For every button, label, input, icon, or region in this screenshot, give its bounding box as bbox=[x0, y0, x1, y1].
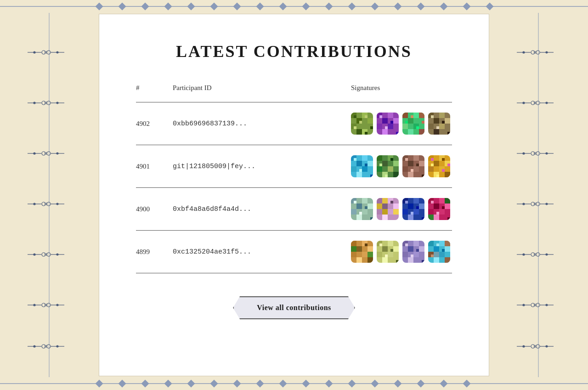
svg-rect-21 bbox=[141, 380, 149, 388]
svg-point-150 bbox=[546, 345, 548, 347]
svg-rect-281 bbox=[413, 198, 419, 203]
sig-icon-4900-4 bbox=[428, 198, 450, 220]
svg-rect-204 bbox=[362, 155, 368, 161]
svg-rect-36 bbox=[440, 380, 448, 388]
svg-rect-332 bbox=[413, 241, 419, 246]
svg-rect-303 bbox=[445, 198, 450, 203]
svg-rect-271 bbox=[388, 209, 393, 215]
table-row: 4899 0xc1325204ae31f5... bbox=[136, 230, 452, 273]
svg-rect-201 bbox=[447, 132, 450, 135]
svg-rect-295 bbox=[445, 203, 450, 209]
svg-rect-311 bbox=[362, 252, 368, 257]
view-all-contributions-button[interactable]: View all contributions bbox=[233, 296, 355, 319]
svg-rect-195 bbox=[428, 124, 434, 129]
svg-rect-260 bbox=[356, 215, 362, 220]
svg-rect-207 bbox=[351, 166, 356, 172]
svg-rect-324 bbox=[388, 252, 393, 257]
svg-rect-229 bbox=[408, 161, 413, 166]
svg-rect-167 bbox=[388, 113, 393, 118]
svg-rect-230 bbox=[419, 161, 424, 166]
col-header-id: Participant ID bbox=[173, 84, 351, 92]
svg-rect-231 bbox=[402, 166, 408, 172]
svg-rect-173 bbox=[379, 115, 382, 118]
svg-rect-228 bbox=[413, 155, 419, 161]
svg-rect-256 bbox=[356, 203, 362, 209]
row-sigs-4902 bbox=[351, 113, 452, 135]
svg-rect-189 bbox=[422, 121, 424, 124]
svg-rect-178 bbox=[402, 113, 408, 118]
svg-rect-222 bbox=[393, 172, 399, 177]
svg-rect-259 bbox=[362, 209, 368, 215]
svg-rect-246 bbox=[445, 172, 450, 177]
svg-rect-354 bbox=[434, 252, 439, 257]
svg-point-74 bbox=[47, 253, 51, 256]
svg-rect-310 bbox=[351, 252, 356, 257]
svg-rect-219 bbox=[377, 166, 382, 172]
svg-rect-3 bbox=[187, 3, 195, 11]
svg-rect-237 bbox=[422, 175, 424, 177]
svg-point-107 bbox=[536, 101, 540, 105]
svg-rect-215 bbox=[377, 155, 382, 161]
svg-rect-300 bbox=[442, 206, 445, 209]
svg-rect-349 bbox=[434, 257, 439, 263]
svg-rect-298 bbox=[434, 215, 439, 220]
svg-rect-306 bbox=[351, 241, 356, 246]
svg-rect-210 bbox=[354, 158, 356, 161]
svg-rect-160 bbox=[365, 115, 368, 118]
col-header-num: # bbox=[136, 84, 173, 92]
svg-point-125 bbox=[523, 203, 525, 205]
svg-rect-220 bbox=[388, 166, 393, 172]
svg-rect-355 bbox=[445, 241, 450, 246]
svg-rect-30 bbox=[164, 380, 172, 388]
svg-rect-262 bbox=[365, 206, 368, 209]
svg-rect-294 bbox=[434, 203, 439, 209]
svg-rect-1 bbox=[96, 3, 103, 11]
svg-rect-287 bbox=[405, 201, 408, 203]
svg-rect-285 bbox=[413, 209, 419, 215]
svg-rect-299 bbox=[431, 201, 434, 203]
svg-rect-196 bbox=[439, 124, 445, 129]
svg-rect-206 bbox=[368, 161, 373, 166]
svg-rect-24 bbox=[279, 380, 287, 388]
svg-point-69 bbox=[57, 203, 58, 205]
svg-rect-337 bbox=[408, 257, 413, 263]
svg-rect-181 bbox=[402, 124, 408, 129]
sig-icon-4902-1 bbox=[351, 113, 373, 135]
svg-point-136 bbox=[531, 303, 535, 307]
svg-rect-32 bbox=[256, 380, 264, 388]
table-row: 4900 0xbf4a8a6d8f4a4d... bbox=[136, 187, 452, 230]
svg-rect-156 bbox=[368, 118, 373, 124]
col-header-sig: Signatures bbox=[351, 84, 452, 92]
svg-rect-284 bbox=[402, 209, 408, 215]
svg-rect-180 bbox=[408, 118, 413, 124]
svg-rect-197 bbox=[434, 129, 439, 135]
svg-rect-168 bbox=[382, 118, 388, 124]
svg-point-71 bbox=[42, 253, 45, 256]
svg-rect-339 bbox=[416, 249, 419, 252]
svg-rect-208 bbox=[362, 166, 368, 172]
svg-point-61 bbox=[57, 153, 58, 154]
svg-rect-257 bbox=[368, 203, 373, 209]
svg-rect-329 bbox=[396, 260, 399, 263]
svg-point-110 bbox=[546, 102, 548, 104]
svg-point-109 bbox=[523, 102, 525, 104]
svg-rect-327 bbox=[390, 249, 393, 252]
svg-rect-2 bbox=[141, 3, 149, 11]
svg-rect-35 bbox=[394, 380, 402, 388]
svg-rect-20 bbox=[96, 380, 103, 388]
svg-rect-198 bbox=[431, 115, 434, 118]
svg-rect-11 bbox=[119, 3, 126, 11]
svg-rect-194 bbox=[445, 118, 450, 124]
svg-rect-218 bbox=[393, 161, 399, 166]
row-sigs-4901 bbox=[351, 155, 452, 177]
svg-point-131 bbox=[536, 253, 540, 256]
svg-rect-286 bbox=[408, 215, 413, 220]
svg-rect-288 bbox=[416, 206, 419, 209]
contributions-table: # Participant ID Signatures 4902 0xbb696… bbox=[136, 84, 452, 273]
svg-rect-289 bbox=[411, 212, 413, 215]
svg-rect-343 bbox=[428, 241, 434, 246]
svg-rect-290 bbox=[422, 217, 424, 220]
svg-point-87 bbox=[42, 345, 45, 348]
svg-rect-321 bbox=[382, 246, 388, 252]
svg-rect-17 bbox=[394, 3, 402, 11]
